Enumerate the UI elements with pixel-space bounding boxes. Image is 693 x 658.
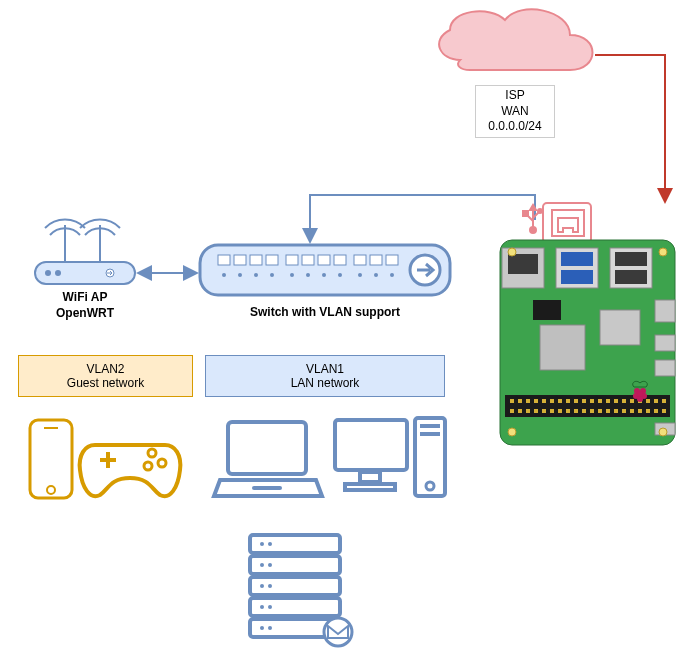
svg-point-128 xyxy=(268,542,272,546)
svg-point-132 xyxy=(268,584,272,588)
server-icon xyxy=(0,0,693,658)
svg-point-131 xyxy=(260,584,264,588)
svg-point-135 xyxy=(260,626,264,630)
svg-point-129 xyxy=(260,563,264,567)
svg-point-136 xyxy=(268,626,272,630)
diagram-canvas: ISP WAN 0.0.0.0/24 WiFi AP OpenWRT Switc… xyxy=(0,0,693,658)
svg-point-134 xyxy=(268,605,272,609)
svg-point-127 xyxy=(260,542,264,546)
svg-point-133 xyxy=(260,605,264,609)
svg-point-130 xyxy=(268,563,272,567)
